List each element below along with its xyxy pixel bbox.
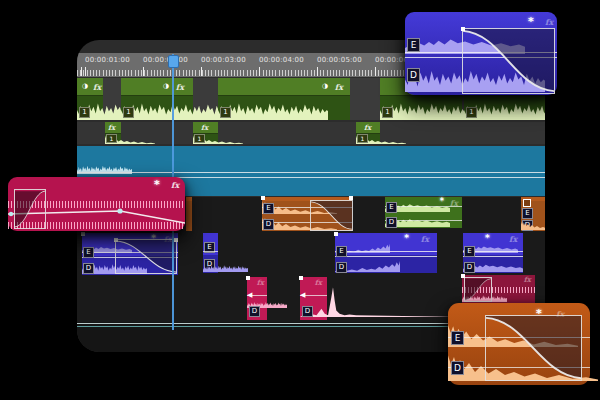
- clip-icon: [523, 199, 531, 207]
- fx-badge: fx: [176, 83, 184, 91]
- orange-clip-sliver[interactable]: [186, 197, 192, 231]
- channel-badge-bottom: D: [263, 219, 274, 230]
- fade-in-selection[interactable]: [14, 189, 46, 229]
- clip-handle[interactable]: [334, 232, 338, 236]
- channel-badge-bottom: D: [83, 263, 94, 274]
- channel-badge-top: E: [451, 331, 464, 345]
- clip-handle[interactable]: [349, 196, 353, 200]
- fx-badge: fx: [93, 83, 101, 91]
- fx-badge: fx: [201, 124, 208, 131]
- fx-badge: fx: [450, 199, 458, 207]
- clip-mix-icon: ◑: [322, 83, 328, 90]
- star-icon: *: [404, 234, 409, 243]
- clip-handle[interactable]: [261, 196, 265, 200]
- channel-badge-bottom: D: [386, 217, 397, 228]
- channel-badge-top: E: [464, 246, 475, 257]
- star-icon: *: [440, 198, 444, 206]
- channel-badge-bottom: D: [464, 262, 475, 273]
- green-audio-clip-6[interactable]: E D * fx: [385, 197, 462, 228]
- editor-timeline: 00:00:01:00 00:00:02:00 00:00:03:00 00:0…: [0, 0, 600, 400]
- channel-badge-bottom: D: [249, 306, 260, 317]
- channel-badge-top: E: [83, 247, 94, 258]
- channel-badge-bottom: D: [407, 68, 420, 82]
- take-badge: 1: [382, 107, 393, 118]
- clip-mix-icon: ◑: [163, 83, 169, 90]
- fade-handle-icon[interactable]: ◀: [247, 291, 252, 299]
- volume-line[interactable]: [203, 251, 218, 252]
- take-badge: 1: [106, 134, 117, 143]
- fx-badge: fx: [421, 235, 429, 243]
- popout-magenta-clip[interactable]: * fx: [8, 177, 185, 231]
- purple-audio-clip-2[interactable]: E D: [203, 233, 218, 273]
- purple-audio-clip-3[interactable]: * fx E D: [335, 233, 437, 273]
- clip-handle[interactable]: [299, 276, 303, 280]
- selection-handle[interactable]: [174, 238, 178, 242]
- orange-audio-clip-1[interactable]: E D: [262, 197, 352, 231]
- fade-out-selection[interactable]: [310, 200, 353, 231]
- timecode-label: 00:00:04:00: [259, 56, 304, 64]
- selection-handle[interactable]: [114, 238, 118, 242]
- magenta-audio-clip-2[interactable]: fx ◀ D: [300, 277, 327, 320]
- channel-badge-bottom: D: [336, 262, 347, 273]
- green-fx-clip-1[interactable]: fx 1: [105, 122, 121, 144]
- fx-badge: fx: [364, 124, 371, 131]
- fade-in-selection[interactable]: [464, 277, 492, 302]
- fx-badge: fx: [108, 124, 115, 131]
- purple-audio-clip-1[interactable]: * fx E D: [82, 233, 178, 275]
- timecode-label: 00:00:02:00: [143, 56, 188, 64]
- playhead-marker[interactable]: [168, 55, 179, 68]
- channel-badge-bottom: D: [302, 306, 313, 317]
- green-audio-clip-1[interactable]: ◑ fx 1: [77, 78, 103, 120]
- channel-badge-top: E: [263, 203, 274, 214]
- channel-separator: [335, 251, 437, 257]
- take-badge: 1: [79, 107, 90, 118]
- fx-badge: fx: [257, 279, 264, 286]
- take-badge: 1: [357, 134, 368, 143]
- channel-badge-top: E: [407, 38, 420, 52]
- clip-handle[interactable]: [81, 232, 85, 236]
- fade-out-selection[interactable]: [115, 239, 177, 274]
- green-audio-clip-2[interactable]: ◑ fx 1: [121, 78, 193, 120]
- maroon-audio-clip[interactable]: fx: [462, 275, 535, 303]
- channel-badge-top: E: [336, 246, 347, 257]
- green-fx-clip-2[interactable]: fx 1: [193, 122, 218, 144]
- timecode-label: 00:00:03:00: [201, 56, 246, 64]
- fx-badge: fx: [545, 18, 553, 26]
- fx-badge: fx: [335, 83, 343, 91]
- orange-audio-clip-2[interactable]: E D: [521, 197, 545, 231]
- take-badge: 1: [466, 107, 477, 118]
- take-badge: 1: [220, 107, 231, 118]
- green-fx-clip-3[interactable]: fx 1: [356, 122, 380, 144]
- popout-orange-clip[interactable]: * fx E D: [448, 303, 590, 385]
- magenta-audio-clip-1[interactable]: fx ◀ D: [247, 277, 267, 320]
- take-badge: 1: [194, 134, 205, 143]
- clip-handle[interactable]: [461, 274, 465, 278]
- fade-out-selection[interactable]: [462, 28, 555, 94]
- selection-handle[interactable]: [461, 27, 465, 31]
- popout-blue-clip[interactable]: * fx E D: [405, 12, 557, 95]
- clip-handle[interactable]: [246, 276, 250, 280]
- channel-badge-top: E: [386, 202, 397, 213]
- fx-badge: fx: [524, 276, 531, 283]
- timecode-label: 00:00:01:00: [85, 56, 130, 64]
- green-audio-clip-3[interactable]: ◑ fx 1: [218, 78, 350, 120]
- purple-audio-clip-4[interactable]: * fx E D: [463, 233, 523, 273]
- fade-out-selection[interactable]: [485, 315, 582, 381]
- take-badge: 1: [123, 107, 134, 118]
- channel-badge-top: E: [522, 208, 533, 219]
- clip-mix-icon: ◑: [82, 83, 88, 90]
- star-icon: *: [528, 16, 534, 27]
- channel-badge-bottom: D: [451, 361, 464, 375]
- timecode-label: 00:00:05:00: [317, 56, 362, 64]
